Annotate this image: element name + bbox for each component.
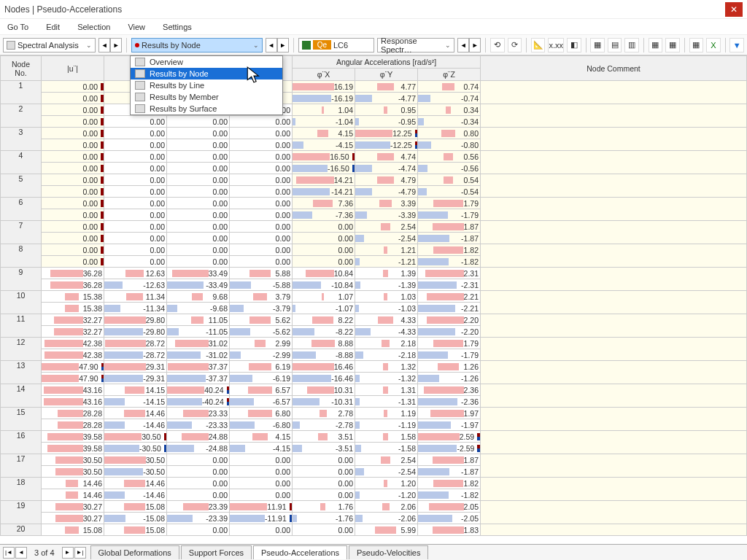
data-cell[interactable]: 30.27 [42, 501, 104, 513]
footer-tab[interactable]: Pseudo-Velocities [349, 545, 428, 559]
node-id-cell[interactable]: 15 [1, 408, 42, 431]
node-id-cell[interactable]: 6 [1, 198, 42, 221]
data-cell[interactable]: -1.32 [355, 373, 418, 384]
data-cell[interactable]: 23.33 [167, 408, 230, 419]
data-cell[interactable]: 2.21 [418, 291, 481, 303]
data-cell[interactable]: 23.39 [167, 501, 230, 513]
data-cell[interactable]: -1.03 [355, 303, 418, 314]
data-cell[interactable]: -2.54 [355, 466, 418, 478]
data-cell[interactable]: 0.00 [167, 524, 230, 536]
data-cell[interactable]: 1.04 [293, 104, 355, 116]
data-cell[interactable]: 0.00 [230, 466, 293, 478]
data-cell[interactable]: 14.15 [104, 384, 167, 396]
data-cell[interactable]: 39.58 [42, 431, 104, 443]
data-cell[interactable]: -3.79 [230, 303, 293, 314]
data-cell[interactable]: -1.76 [293, 513, 355, 524]
data-cell[interactable]: 11.91 [230, 501, 293, 513]
data-cell[interactable]: -12.25 [355, 139, 418, 151]
data-cell[interactable]: 11.34 [104, 291, 167, 303]
data-cell[interactable]: 0.00 [230, 139, 293, 151]
data-cell[interactable]: 4.77 [355, 81, 418, 93]
data-cell[interactable]: -3.51 [293, 443, 355, 454]
data-cell[interactable]: 0.00 [167, 209, 230, 221]
data-cell[interactable]: 0.00 [167, 454, 230, 466]
data-cell[interactable]: 0.00 [42, 198, 104, 209]
data-cell[interactable]: 47.90 [42, 373, 104, 384]
data-cell[interactable]: 1.31 [355, 384, 418, 396]
filter-icon[interactable]: ▼ [729, 38, 743, 52]
data-cell[interactable]: 0.00 [104, 233, 167, 244]
data-cell[interactable]: 29.31 [104, 361, 167, 373]
data-cell[interactable]: -16.19 [293, 93, 355, 104]
data-cell[interactable]: 14.46 [42, 489, 104, 501]
data-cell[interactable]: 0.00 [293, 454, 355, 466]
data-cell[interactable]: 0.00 [42, 244, 104, 256]
data-cell[interactable]: 0.00 [42, 221, 104, 233]
data-cell[interactable]: 0.00 [230, 186, 293, 198]
data-cell[interactable]: 2.20 [418, 314, 481, 326]
data-cell[interactable]: 3.79 [230, 291, 293, 303]
node-id-cell[interactable]: 7 [1, 221, 42, 244]
data-cell[interactable]: 0.00 [42, 174, 104, 186]
node-id-cell[interactable]: 11 [1, 314, 42, 338]
data-cell[interactable]: 14.21 [293, 174, 355, 186]
data-cell[interactable]: 32.27 [42, 326, 104, 338]
data-cell[interactable]: -16.50 [293, 163, 355, 174]
data-cell[interactable]: -4.15 [293, 139, 355, 151]
data-cell[interactable]: 0.00 [104, 116, 167, 128]
data-cell[interactable]: 0.00 [230, 174, 293, 186]
data-cell[interactable]: 10.31 [293, 384, 355, 396]
data-cell[interactable]: -0.95 [355, 116, 418, 128]
node-id-cell[interactable]: 8 [1, 244, 42, 268]
node-id-cell[interactable]: 10 [1, 291, 42, 314]
data-cell[interactable]: -0.54 [418, 186, 481, 198]
data-cell[interactable]: 0.00 [293, 478, 355, 489]
dropdown-item[interactable]: Results by Line [131, 79, 282, 91]
data-cell[interactable]: -1.19 [355, 419, 418, 431]
data-cell[interactable]: 0.00 [167, 221, 230, 233]
node-id-cell[interactable]: 3 [1, 128, 42, 151]
tool-icon-2[interactable]: ⟳ [508, 38, 522, 52]
data-cell[interactable]: 2.06 [355, 501, 418, 513]
data-cell[interactable]: 0.00 [230, 454, 293, 466]
data-cell[interactable]: 4.33 [355, 314, 418, 326]
data-cell[interactable]: 1.82 [418, 478, 481, 489]
data-cell[interactable]: 0.00 [104, 186, 167, 198]
data-cell[interactable]: 0.00 [293, 489, 355, 501]
data-cell[interactable]: 8.22 [293, 314, 355, 326]
comment-cell[interactable] [481, 478, 747, 501]
data-cell[interactable]: 0.00 [167, 116, 230, 128]
data-cell[interactable]: -40.24 [167, 396, 230, 408]
data-cell[interactable]: 0.00 [167, 244, 230, 256]
data-cell[interactable]: 1.07 [293, 291, 355, 303]
response-combo[interactable]: Response Spectr… ⌄ [377, 38, 454, 52]
data-cell[interactable]: 15.38 [42, 291, 104, 303]
data-cell[interactable]: 1.20 [355, 478, 418, 489]
data-cell[interactable]: 0.00 [42, 163, 104, 174]
comment-cell[interactable] [481, 501, 747, 524]
data-cell[interactable]: -3.39 [355, 209, 418, 221]
data-cell[interactable]: 28.72 [104, 338, 167, 349]
data-cell[interactable]: 1.39 [355, 268, 418, 279]
data-cell[interactable]: 36.28 [42, 279, 104, 291]
tool-icon-4[interactable]: x.xx [548, 38, 564, 52]
data-cell[interactable]: -1.20 [355, 489, 418, 501]
data-cell[interactable]: 37.37 [167, 361, 230, 373]
data-cell[interactable]: 2.99 [230, 338, 293, 349]
tool-icon-7[interactable]: ▤ [608, 38, 622, 52]
next-analysis-button[interactable]: ► [110, 38, 122, 52]
data-cell[interactable]: -29.31 [104, 373, 167, 384]
data-cell[interactable]: -2.99 [230, 349, 293, 361]
node-id-cell[interactable]: 12 [1, 338, 42, 361]
data-cell[interactable]: -11.05 [167, 326, 230, 338]
data-cell[interactable]: 42.38 [42, 338, 104, 349]
tool-icon-10[interactable]: ▦ [665, 38, 679, 52]
data-cell[interactable]: -6.19 [230, 373, 293, 384]
data-cell[interactable]: 15.08 [104, 524, 167, 536]
data-cell[interactable]: 16.50 [293, 151, 355, 163]
tool-icon-5[interactable]: ◧ [567, 38, 581, 52]
data-cell[interactable]: -6.57 [230, 396, 293, 408]
data-cell[interactable]: -33.49 [167, 279, 230, 291]
close-button[interactable]: ✕ [725, 2, 743, 17]
data-cell[interactable]: -2.54 [355, 233, 418, 244]
